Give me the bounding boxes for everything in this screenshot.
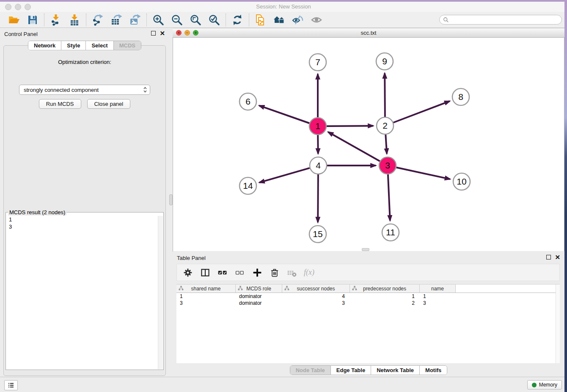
node-2[interactable]: 2 bbox=[377, 117, 394, 134]
network-graph[interactable]: 7968124314101511 bbox=[173, 38, 564, 251]
run-mcds-button[interactable]: Run MCDS bbox=[39, 99, 81, 109]
table-cell[interactable]: 2 bbox=[350, 300, 420, 306]
save-session-icon[interactable] bbox=[26, 13, 39, 27]
mcds-result-title: MCDS result (2 nodes) bbox=[8, 209, 66, 215]
edge-2-9[interactable] bbox=[385, 73, 385, 117]
node-7[interactable]: 7 bbox=[309, 54, 326, 71]
first-neighbors-icon[interactable] bbox=[272, 13, 286, 27]
tab-network[interactable]: Network bbox=[28, 41, 61, 50]
table-scrollbar[interactable] bbox=[556, 284, 560, 363]
column-header-shared-name[interactable]: shared name bbox=[176, 284, 236, 293]
function-builder-icon: f(x) bbox=[304, 267, 314, 278]
select-all-rows-icon[interactable] bbox=[217, 267, 228, 278]
node-9[interactable]: 9 bbox=[376, 53, 393, 70]
node-3[interactable]: 3 bbox=[379, 157, 396, 174]
table-cell[interactable]: 1 bbox=[350, 293, 420, 300]
table-cell[interactable]: dominator bbox=[236, 293, 282, 300]
splitter-handle[interactable] bbox=[169, 194, 173, 205]
open-session-icon[interactable] bbox=[7, 13, 21, 27]
node-8[interactable]: 8 bbox=[452, 88, 469, 105]
edge-3-10[interactable] bbox=[396, 168, 450, 179]
node-14[interactable]: 14 bbox=[239, 177, 256, 194]
result-scrollbar[interactable] bbox=[158, 216, 163, 369]
network-canvas[interactable]: 7968124314101511 bbox=[173, 38, 564, 251]
edge-1-2[interactable] bbox=[327, 126, 373, 126]
tab-mcds[interactable]: MCDS bbox=[114, 41, 141, 50]
close-panel-icon[interactable]: ✕ bbox=[160, 31, 165, 36]
column-header-name[interactable]: name bbox=[420, 284, 456, 293]
sort-icon bbox=[284, 286, 289, 291]
table-cell[interactable]: 3 bbox=[420, 300, 456, 306]
memory-button[interactable]: Memory bbox=[527, 380, 562, 389]
task-history-button[interactable] bbox=[4, 380, 18, 390]
table-panel-title: Table Panel bbox=[177, 255, 206, 261]
node-11[interactable]: 11 bbox=[382, 224, 399, 241]
edge-4-14[interactable] bbox=[259, 168, 310, 182]
table-row[interactable]: 3dominator323 bbox=[176, 300, 560, 306]
search-input[interactable] bbox=[449, 16, 561, 24]
fit-content-icon[interactable] bbox=[189, 13, 202, 27]
table-cell[interactable]: 3 bbox=[282, 300, 350, 306]
desktop-edge-right bbox=[564, 0, 567, 392]
search-icon bbox=[443, 17, 449, 23]
edge-1-4[interactable] bbox=[318, 135, 318, 154]
edge-2-3[interactable] bbox=[385, 135, 387, 154]
node-15[interactable]: 15 bbox=[309, 226, 326, 243]
mcds-result-text[interactable]: 13 bbox=[6, 215, 163, 231]
unselect-all-rows-icon[interactable] bbox=[234, 267, 245, 278]
add-row-icon[interactable] bbox=[252, 267, 263, 278]
tab-network-table[interactable]: Network Table bbox=[371, 366, 420, 375]
optimization-criterion-select[interactable]: strongly connected component bbox=[19, 85, 150, 95]
export-table-icon[interactable] bbox=[110, 13, 123, 27]
table-cell[interactable]: 3 bbox=[176, 300, 236, 306]
column-header-predecessor-nodes[interactable]: predecessor nodes bbox=[350, 284, 420, 293]
column-header-successor-nodes[interactable]: successor nodes bbox=[282, 284, 350, 293]
sort-icon bbox=[179, 286, 184, 291]
float-panel-icon[interactable] bbox=[151, 31, 156, 36]
table-cell[interactable]: 4 bbox=[282, 293, 350, 300]
table-cell[interactable]: 1 bbox=[420, 293, 456, 300]
node-4[interactable]: 4 bbox=[310, 157, 327, 174]
edge-4-15[interactable] bbox=[318, 174, 318, 222]
tab-edge-table[interactable]: Edge Table bbox=[331, 366, 371, 375]
close-panel-button[interactable]: Close panel bbox=[87, 99, 131, 109]
mcds-result-box: MCDS result (2 nodes) 13 bbox=[6, 209, 164, 370]
edge-3-11[interactable] bbox=[388, 174, 390, 221]
new-network-from-selection-icon[interactable] bbox=[254, 13, 267, 27]
column-header-mcds-role[interactable]: MCDS role bbox=[236, 284, 282, 293]
import-network-icon[interactable] bbox=[49, 13, 63, 27]
zoom-in-icon[interactable] bbox=[151, 13, 165, 27]
close-table-panel-icon[interactable]: ✕ bbox=[555, 255, 560, 259]
edge-3-1[interactable] bbox=[328, 132, 380, 161]
table-cell[interactable]: dominator bbox=[236, 300, 282, 306]
table-cell[interactable]: 1 bbox=[176, 293, 236, 300]
tab-node-table[interactable]: Node Table bbox=[290, 366, 331, 375]
table-row[interactable]: 1dominator411 bbox=[176, 293, 560, 300]
import-table-icon[interactable] bbox=[68, 13, 81, 27]
svg-text:7: 7 bbox=[315, 57, 320, 67]
delete-row-icon[interactable] bbox=[269, 267, 280, 278]
node-10[interactable]: 10 bbox=[453, 173, 470, 190]
svg-text:2: 2 bbox=[383, 121, 388, 130]
zoom-selected-icon[interactable] bbox=[207, 13, 221, 27]
hide-selected-icon[interactable] bbox=[291, 13, 305, 27]
node-1[interactable]: 1 bbox=[309, 118, 326, 135]
zoom-out-icon[interactable] bbox=[170, 13, 184, 27]
export-network-icon[interactable] bbox=[91, 13, 105, 27]
edge-2-8[interactable] bbox=[394, 101, 450, 123]
canvas-resize-handle[interactable] bbox=[362, 248, 369, 251]
apply-layout-icon[interactable] bbox=[231, 13, 244, 27]
tab-select[interactable]: Select bbox=[86, 41, 113, 50]
export-image-icon[interactable] bbox=[128, 13, 142, 27]
float-table-panel-icon[interactable] bbox=[546, 255, 551, 259]
table-body: 1dominator4113dominator323 bbox=[176, 293, 560, 306]
table-settings-icon[interactable] bbox=[182, 267, 193, 278]
main-toolbar bbox=[0, 12, 567, 28]
show-columns-icon[interactable] bbox=[200, 267, 211, 278]
tab-style[interactable]: Style bbox=[61, 41, 86, 50]
edge-1-6[interactable] bbox=[259, 105, 309, 123]
application-window: Session: New Session Control Panel ✕ Net… bbox=[0, 0, 567, 392]
optimization-criterion-label: Optimization criterion: bbox=[4, 59, 165, 65]
node-6[interactable]: 6 bbox=[239, 93, 256, 110]
tab-motifs[interactable]: Motifs bbox=[420, 366, 447, 375]
